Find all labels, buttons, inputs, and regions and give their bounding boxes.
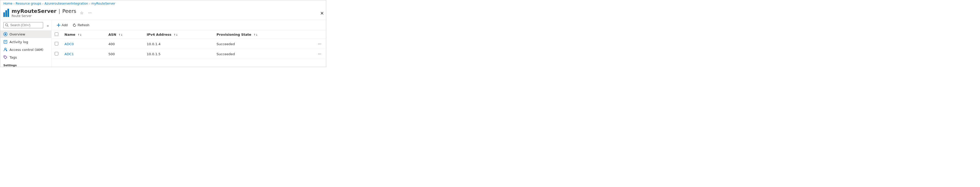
section-title: Peers <box>62 8 76 14</box>
cell-name-1: ADC1 <box>61 49 105 59</box>
breadcrumb-route-server[interactable]: myRouteServer <box>91 2 115 5</box>
search-row: « <box>0 20 51 30</box>
table-row: ADC1 500 10.0.1.5 Succeeded ··· <box>52 49 326 59</box>
resource-type: Route Server <box>11 14 76 18</box>
tags-icon <box>3 55 8 59</box>
sidebar-item-activity-log[interactable]: Activity log <box>0 38 51 46</box>
row-more-button-1[interactable]: ··· <box>317 51 323 57</box>
svg-point-3 <box>5 33 6 35</box>
activity-log-icon <box>3 40 8 44</box>
search-input[interactable] <box>10 24 41 27</box>
collapse-sidebar-button[interactable]: « <box>45 22 50 29</box>
sidebar-label-access-control: Access control (IAM) <box>10 48 43 52</box>
row-more-button-0[interactable]: ··· <box>317 41 323 47</box>
svg-point-9 <box>4 56 5 57</box>
add-label: Add <box>62 23 68 27</box>
search-box <box>3 22 43 28</box>
cell-asn-0: 400 <box>105 39 143 49</box>
breadcrumb-integration[interactable]: AzurerouteserverIntegration <box>45 2 88 5</box>
row-checkbox-cell-0 <box>52 39 61 49</box>
breadcrumb: Home › Resource groups › Azurerouteserve… <box>0 0 326 7</box>
col-header-name: Name ↑↓ <box>61 30 105 39</box>
search-icon <box>5 24 9 27</box>
refresh-label: Refresh <box>78 23 89 27</box>
sidebar-label-tags: Tags <box>10 55 17 59</box>
svg-rect-4 <box>4 40 7 43</box>
col-header-asn: ASN ↑↓ <box>105 30 143 39</box>
sidebar-label-activity-log: Activity log <box>10 40 28 44</box>
cell-actions-0: ··· <box>302 39 326 49</box>
sidebar-item-tags[interactable]: Tags <box>0 54 51 61</box>
content-area: Add Refresh Name <box>52 20 326 67</box>
resource-name: myRouteServer <box>11 8 57 14</box>
sidebar-nav: Overview Activity log <box>0 30 51 67</box>
sort-asn-icon[interactable]: ↑↓ <box>118 33 123 36</box>
cell-provisioning-0: Succeeded <box>213 39 302 49</box>
col-header-provisioning: Provisioning State ↑↓ <box>213 30 302 39</box>
col-header-actions <box>302 30 326 39</box>
sort-name-icon[interactable]: ↑↓ <box>78 33 82 36</box>
cell-ipv4-0: 10.0.1.4 <box>143 39 213 49</box>
access-control-icon <box>3 48 8 52</box>
breadcrumb-resource-groups[interactable]: Resource groups <box>16 2 41 5</box>
sidebar-item-overview[interactable]: Overview <box>0 30 51 38</box>
sidebar: « Overview <box>0 20 52 67</box>
table-row: ADC0 400 10.0.1.4 Succeeded ··· <box>52 39 326 49</box>
resource-icon <box>3 9 9 17</box>
sidebar-section-settings: Settings <box>0 61 51 67</box>
sort-ipv4-icon[interactable]: ↑↓ <box>173 33 178 36</box>
toolbar: Add Refresh <box>52 20 326 30</box>
select-all-checkbox[interactable] <box>55 32 58 36</box>
breadcrumb-home[interactable]: Home <box>3 2 12 5</box>
row-checkbox-0[interactable] <box>55 42 58 46</box>
sidebar-item-access-control[interactable]: Access control (IAM) <box>0 46 51 54</box>
add-button[interactable]: Add <box>55 22 70 28</box>
favorite-button[interactable]: ☆ <box>79 10 84 16</box>
header-title-group: myRouteServer | Peers Route Server <box>11 8 76 18</box>
add-icon <box>57 24 60 27</box>
peers-table: Name ↑↓ ASN ↑↓ IPv4 Address ↑↓ Provisi <box>52 30 326 59</box>
cell-asn-1: 500 <box>105 49 143 59</box>
refresh-button[interactable]: Refresh <box>71 22 91 28</box>
cell-name-0: ADC0 <box>61 39 105 49</box>
cell-ipv4-1: 10.0.1.5 <box>143 49 213 59</box>
svg-line-1 <box>8 26 8 27</box>
select-all-header <box>52 30 61 39</box>
page-header: myRouteServer | Peers Route Server ☆ ···… <box>0 7 326 20</box>
overview-icon <box>3 32 8 36</box>
svg-point-7 <box>5 48 6 49</box>
more-options-button[interactable]: ··· <box>87 10 92 16</box>
close-button[interactable]: ✕ <box>320 11 324 16</box>
svg-point-8 <box>6 50 7 51</box>
sort-provisioning-icon[interactable]: ↑↓ <box>253 33 258 36</box>
table-area: Name ↑↓ ASN ↑↓ IPv4 Address ↑↓ Provisi <box>52 30 326 67</box>
sidebar-label-overview: Overview <box>10 32 25 36</box>
cell-provisioning-1: Succeeded <box>213 49 302 59</box>
row-checkbox-1[interactable] <box>55 52 58 55</box>
row-checkbox-cell-1 <box>52 49 61 59</box>
col-header-ipv4: IPv4 Address ↑↓ <box>143 30 213 39</box>
main-layout: « Overview <box>0 20 326 67</box>
cell-actions-1: ··· <box>302 49 326 59</box>
refresh-icon <box>73 24 76 27</box>
